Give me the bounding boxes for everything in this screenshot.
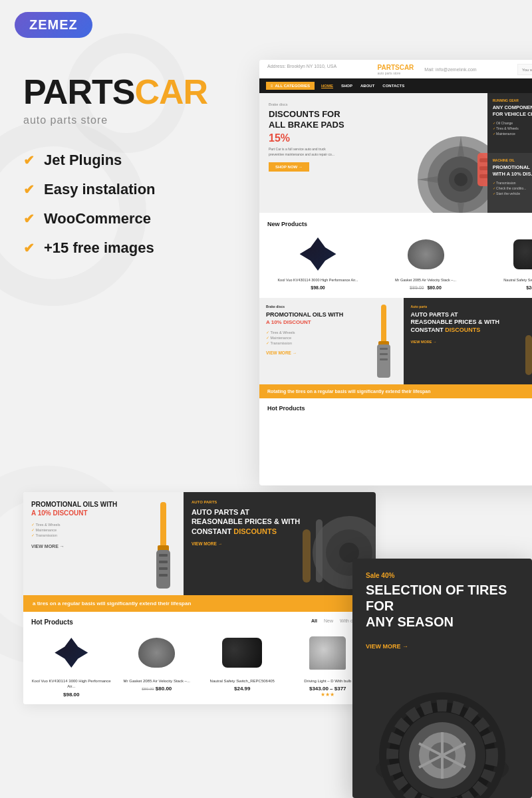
feature-label-4: +15 free images bbox=[44, 239, 154, 257]
preview-nav: ≡ ALL CATEGORIES HOME SHOP ABOUT CONTACT… bbox=[259, 78, 532, 93]
product-card-1: Kool Vuo KV430114 3000 High Performance … bbox=[267, 234, 368, 290]
product-old-price-2: $89.00 bbox=[410, 285, 424, 290]
brake-disc-image bbox=[414, 133, 487, 213]
preview-hero-right: Running gear ANY COMPONENTFOR VEHICLE CH… bbox=[487, 93, 532, 213]
bottom-product-card-2: Mr Gasket 2085 Air Velocity Stack –... $… bbox=[117, 631, 198, 698]
svg-rect-24 bbox=[159, 561, 168, 563]
website-preview: Address: Brooklyn NY 1010, USA PARTSCAR … bbox=[259, 60, 532, 485]
preview-mail: Mail: info@zemelınk.com bbox=[424, 67, 476, 72]
product-img-2 bbox=[402, 234, 449, 274]
features-list: ✔ Jet Plugins ✔ Easy instalation ✔ WooCo… bbox=[23, 152, 263, 257]
new-products-section: New Products Kool Vuo KV430114 3000 High… bbox=[259, 213, 532, 298]
bottom-promo-2-title: AUTO PARTS AT REASONABLE PRICES & WITH C… bbox=[192, 507, 368, 536]
bottom-hot-header: Hot Products All New With discount bbox=[31, 618, 368, 626]
hero-right-top-item-2: Tires & Wheels bbox=[493, 126, 532, 130]
feature-item-3: ✔ WooCommerce bbox=[23, 210, 263, 227]
preview-info-bar: Address: Brooklyn NY 1010, USA PARTSCAR … bbox=[259, 60, 532, 78]
bottom-banner-normal: a tires on a regular basis will signific… bbox=[33, 600, 140, 606]
preview-nav-home[interactable]: HOME bbox=[321, 84, 333, 88]
feature-label-2: Easy instalation bbox=[44, 181, 156, 198]
bottom-promo-row: PROMOTIONAL OILS WITH A 10% DISCOUNT Tir… bbox=[23, 492, 376, 595]
check-icon-4: ✔ bbox=[23, 240, 35, 256]
check-icon-1: ✔ bbox=[23, 152, 35, 168]
preview-yellow-banner: Rotating the tires on a regular basis wi… bbox=[259, 384, 532, 398]
check-icon-2: ✔ bbox=[23, 182, 35, 198]
product-name-3: Nautral Safety Switch_REPC506405 bbox=[483, 278, 532, 283]
preview-nav-categories-label: ALL CATEGORIES bbox=[275, 84, 310, 88]
hero-right-top-list: Oil Change Tires & Wheels Maintenance bbox=[493, 121, 532, 136]
preview-nav-links: HOME SHOP ABOUT CONTACTS bbox=[321, 84, 404, 88]
brand-title: PARTSCAR bbox=[23, 73, 263, 111]
brand-subtitle: auto parts store bbox=[23, 114, 263, 126]
hero-right-top: Running gear ANY COMPONENTFOR VEHICLE CH… bbox=[487, 93, 532, 153]
promo-card-2-title: AUTO PARTS ATREASONABLE PRICES & WITHCON… bbox=[410, 311, 532, 334]
preview-logo-sub: auto parts store bbox=[378, 71, 414, 75]
promo-card-1-list: Tires & Wheels Maintenance Transmission bbox=[266, 331, 397, 345]
hero-desc: Part Car is a full service auto and truc… bbox=[269, 147, 342, 157]
hero-right-top-title: ANY COMPONENTFOR VEHICLE CH... bbox=[493, 104, 532, 118]
preview-nav-contacts[interactable]: CONTACTS bbox=[382, 84, 404, 88]
promo-card-1: Brake discs PROMOTIONAL OILS WITHA 10% D… bbox=[259, 298, 404, 384]
left-panel: PARTSCAR auto parts store ✔ Jet Plugins … bbox=[23, 73, 263, 269]
banner-text-normal: Rotating the tires on a regular basis wi… bbox=[267, 389, 385, 394]
bottom-product-shape-4 bbox=[309, 636, 346, 670]
tire-popup-content: Sale 40% SELECTION OF TIRES FOR ANY SEAS… bbox=[352, 559, 532, 664]
promo-card-2: Auto parts AUTO PARTS ATREASONABLE PRICE… bbox=[404, 298, 532, 384]
product-price-3: $24.99 bbox=[483, 285, 532, 290]
bottom-hot-section: Hot Products All New With discount Kool … bbox=[23, 612, 376, 704]
preview-nav-about[interactable]: ABOUT bbox=[360, 84, 374, 88]
preview-hot-products: Hot Products All New With discount bbox=[259, 398, 532, 424]
bottom-section: PROMOTIONAL OILS WITH A 10% DISCOUNT Tir… bbox=[23, 492, 376, 704]
promo-card-2-content: Auto parts AUTO PARTS ATREASONABLE PRICE… bbox=[404, 298, 532, 384]
product-shape-2 bbox=[408, 239, 444, 269]
promo-card-2-label: Auto parts bbox=[410, 305, 532, 309]
bottom-promo-1-btn[interactable]: VIEW MORE → bbox=[31, 544, 176, 549]
product-price-1: $98.00 bbox=[267, 285, 368, 290]
hero-right-top-item-3: Maintenance bbox=[493, 132, 532, 136]
bottom-product-price-2: $89.00 $80.00 bbox=[117, 686, 198, 692]
feature-item-2: ✔ Easy instalation bbox=[23, 181, 263, 198]
preview-nav-shop[interactable]: SHOP bbox=[341, 84, 352, 88]
promo-card-1-btn[interactable]: VIEW MORE → bbox=[266, 350, 397, 355]
svg-rect-8 bbox=[479, 174, 487, 178]
product-card-2: Mr Gasket 2085 Air Velocity Stack –... $… bbox=[375, 234, 476, 290]
preview-address: Address: Brooklyn NY 1010, USA bbox=[267, 64, 336, 75]
hero-shop-btn[interactable]: SHOP NOW → bbox=[269, 162, 309, 172]
bottom-product-price-1: $98.00 bbox=[31, 692, 112, 698]
promo-card-1-title: PROMOTIONAL OILS WITHA 10% DISCOUNT bbox=[266, 311, 397, 327]
bottom-hot-filter-new[interactable]: New bbox=[324, 618, 333, 626]
bottom-product-price-3: $24.99 bbox=[202, 686, 283, 692]
promo-card-2-btn[interactable]: VIEW MORE → bbox=[410, 340, 532, 344]
bottom-product-card-1: Kool Vuo KV430114 3000 High Performance … bbox=[31, 631, 112, 698]
hero-right-bottom: Machine oil PROMOTIONALWITH A 10% DIS...… bbox=[487, 153, 532, 213]
tire-popup: Sale 40% SELECTION OF TIRES FOR ANY SEAS… bbox=[352, 559, 532, 798]
promo-card-1-item-1: Tires & Wheels bbox=[266, 331, 397, 334]
bottom-product-new-price-2: $80.00 bbox=[156, 686, 172, 692]
header: ZEMEZ bbox=[15, 12, 92, 38]
hero-right-bottom-label: Machine oil bbox=[493, 158, 532, 162]
check-icon-3: ✔ bbox=[23, 211, 35, 227]
product-img-1 bbox=[295, 234, 341, 274]
tire-title: SELECTION OF TIRES FOR ANY SEASON bbox=[366, 582, 519, 630]
promo-card-1-item-2: Maintenance bbox=[266, 336, 397, 340]
bottom-hot-filter-all[interactable]: All bbox=[311, 618, 317, 626]
preview-nav-categories[interactable]: ≡ ALL CATEGORIES bbox=[266, 82, 315, 90]
bottom-promo-1: PROMOTIONAL OILS WITH A 10% DISCOUNT Tir… bbox=[23, 492, 184, 595]
preview-search-input[interactable] bbox=[517, 64, 532, 75]
bottom-product-img-3 bbox=[221, 631, 264, 674]
bottom-product-img-1 bbox=[50, 631, 93, 674]
feature-item-1: ✔ Jet Plugins bbox=[23, 152, 263, 169]
tire-view-more-btn[interactable]: VIEW MORE → bbox=[366, 643, 408, 650]
bottom-product-name-1: Kool Vuo KV430114 3000 High Performance … bbox=[31, 678, 112, 690]
bottom-promo-2-btn[interactable]: VIEW MORE → bbox=[192, 541, 368, 546]
hero-right-top-item-1: Oil Change bbox=[493, 121, 532, 125]
preview-hero-main: Brake discs DISCOUNTS FORALL BRAKE PADS … bbox=[259, 93, 487, 213]
bottom-promo-1-item-1: Tires & Wheels bbox=[31, 523, 176, 527]
product-img-3 bbox=[510, 234, 532, 274]
bottom-promo-2-label: Auto parts bbox=[192, 500, 368, 504]
bottom-promo-1-list: Tires & Wheels Maintenance Transmission bbox=[31, 523, 176, 537]
bottom-promo-2: Auto parts AUTO PARTS AT REASONABLE PRIC… bbox=[184, 492, 376, 595]
products-row: Kool Vuo KV430114 3000 High Performance … bbox=[267, 234, 532, 290]
bottom-product-name-2: Mr Gasket 2085 Air Velocity Stack –... bbox=[117, 678, 198, 684]
svg-rect-7 bbox=[479, 166, 487, 170]
